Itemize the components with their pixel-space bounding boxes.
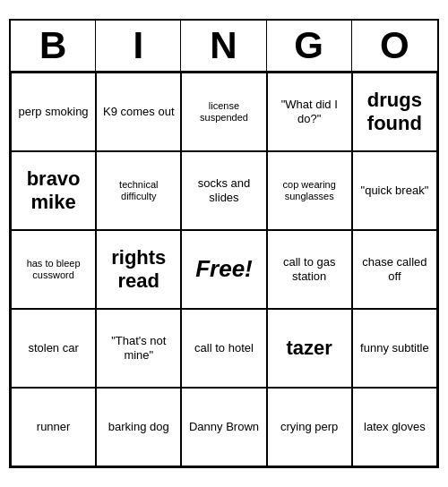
- bingo-cell-23[interactable]: crying perp: [267, 388, 352, 466]
- bingo-cell-19[interactable]: funny subtitle: [352, 309, 437, 388]
- bingo-cell-13[interactable]: call to gas station: [267, 230, 352, 309]
- bingo-cell-15[interactable]: stolen car: [11, 309, 96, 388]
- bingo-cell-4[interactable]: drugs found: [352, 73, 437, 151]
- header-letter: B: [11, 21, 96, 71]
- bingo-cell-2[interactable]: license suspended: [181, 73, 266, 151]
- bingo-cell-22[interactable]: Danny Brown: [181, 388, 266, 466]
- bingo-cell-3[interactable]: "What did I do?": [267, 73, 352, 151]
- bingo-header: BINGO: [11, 21, 437, 73]
- bingo-cell-5[interactable]: bravo mike: [11, 151, 96, 230]
- header-letter: O: [352, 21, 437, 71]
- bingo-cell-11[interactable]: rights read: [96, 230, 181, 309]
- bingo-cell-0[interactable]: perp smoking: [11, 73, 96, 151]
- bingo-cell-1[interactable]: K9 comes out: [96, 73, 181, 151]
- bingo-cell-7[interactable]: socks and slides: [181, 151, 266, 230]
- bingo-cell-14[interactable]: chase called off: [352, 230, 437, 309]
- bingo-cell-24[interactable]: latex gloves: [352, 388, 437, 466]
- bingo-cell-9[interactable]: "quick break": [352, 151, 437, 230]
- bingo-cell-21[interactable]: barking dog: [96, 388, 181, 466]
- bingo-cell-6[interactable]: technical difficulty: [96, 151, 181, 230]
- bingo-grid: perp smokingK9 comes outlicense suspende…: [11, 73, 437, 466]
- header-letter: N: [181, 21, 266, 71]
- bingo-cell-18[interactable]: tazer: [267, 309, 352, 388]
- bingo-cell-17[interactable]: call to hotel: [181, 309, 266, 388]
- bingo-cell-8[interactable]: cop wearing sunglasses: [267, 151, 352, 230]
- header-letter: G: [267, 21, 352, 71]
- bingo-cell-20[interactable]: runner: [11, 388, 96, 466]
- bingo-cell-16[interactable]: "That's not mine": [96, 309, 181, 388]
- bingo-card: BINGO perp smokingK9 comes outlicense su…: [9, 19, 439, 468]
- header-letter: I: [96, 21, 181, 71]
- bingo-cell-10[interactable]: has to bleep cussword: [11, 230, 96, 309]
- bingo-cell-12[interactable]: Free!: [181, 230, 266, 309]
